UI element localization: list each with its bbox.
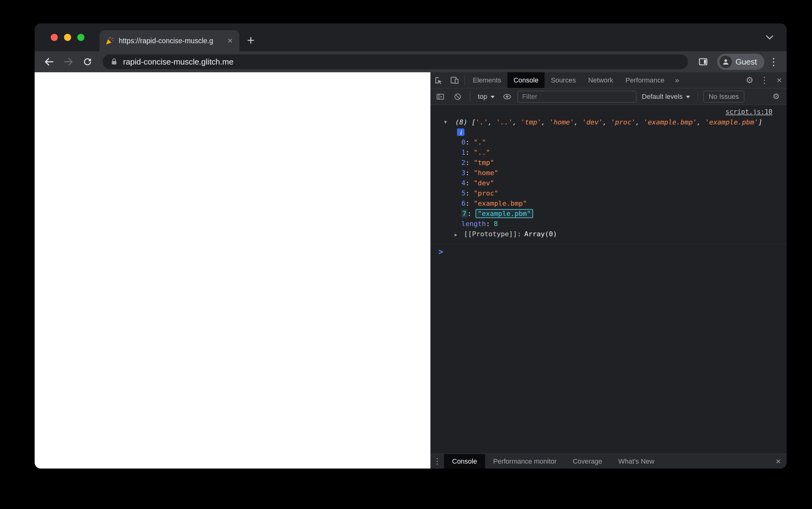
drawer-menu-kebab-icon[interactable]: ⋮ xyxy=(431,456,444,466)
console-log-message: script.js:10 ▼ (8) ['.', '..', 'tmp', 'h… xyxy=(431,107,787,244)
party-popper-icon xyxy=(105,36,115,45)
page-viewport[interactable] xyxy=(35,72,431,469)
value-evaluated-info-icon: i xyxy=(457,129,464,136)
prototype-label: [[Prototype]]: xyxy=(464,230,521,238)
drawer-tab-performance-monitor[interactable]: Performance monitor xyxy=(485,454,565,469)
devtools-close-icon[interactable]: × xyxy=(772,72,787,88)
tab-network[interactable]: Network xyxy=(582,72,619,88)
devtools-menu-kebab-icon[interactable]: ⋮ xyxy=(757,72,772,88)
console-array-entry: 2: "tmp" xyxy=(461,158,787,168)
minimize-window-button[interactable] xyxy=(64,34,71,41)
console-array-entry: 0: "." xyxy=(461,137,787,147)
console-array-entry: 6: "example.bmp" xyxy=(461,198,787,208)
devtools-tabbar: Elements Console Sources Network Perform… xyxy=(431,72,787,88)
array-length-row: length:8 xyxy=(431,219,787,229)
console-settings-gear-icon[interactable]: ⚙ xyxy=(769,89,784,105)
tab-strip: https://rapid-concise-muscle.g × + xyxy=(35,24,787,51)
array-entries: 0: "."1: ".."2: "tmp"3: "home"4: "dev"5:… xyxy=(431,137,787,219)
source-location-link[interactable]: script.js:10 xyxy=(725,107,773,117)
context-selector[interactable]: top xyxy=(476,93,497,101)
browser-tab[interactable]: https://rapid-concise-muscle.g × xyxy=(100,30,239,51)
tab-elements[interactable]: Elements xyxy=(467,72,507,88)
side-panel-icon[interactable] xyxy=(695,54,712,70)
prototype-value: Array(0) xyxy=(524,230,557,238)
browser-toolbar: rapid-concise-muscle.glitch.me Guest ⋮ xyxy=(35,51,787,72)
log-levels-label: Default levels xyxy=(642,93,683,101)
tab-console[interactable]: Console xyxy=(507,72,545,88)
url-text: rapid-concise-muscle.glitch.me xyxy=(123,57,233,67)
live-expression-eye-icon[interactable] xyxy=(500,90,514,103)
drawer-tab-whats-new[interactable]: What's New xyxy=(611,454,663,469)
array-preview: (8) ['.', '..', 'tmp', 'home', 'dev', 'p… xyxy=(455,117,762,127)
new-tab-button[interactable]: + xyxy=(243,32,259,49)
tab-sources[interactable]: Sources xyxy=(544,72,582,88)
console-prompt[interactable]: > xyxy=(431,244,787,257)
lock-icon[interactable] xyxy=(110,58,118,66)
disclosure-expanded-icon[interactable]: ▼ xyxy=(444,117,452,127)
profile-label: Guest xyxy=(736,57,757,67)
clear-console-icon[interactable] xyxy=(451,90,464,103)
browser-window: https://rapid-concise-muscle.g × + rapid… xyxy=(35,24,787,469)
separator xyxy=(697,92,698,102)
tab-title: https://rapid-concise-muscle.g xyxy=(119,37,222,45)
profile-chip[interactable]: Guest xyxy=(717,54,764,70)
browser-menu-kebab-icon[interactable]: ⋮ xyxy=(767,56,780,68)
console-array-entry: 5: "proc" xyxy=(461,188,787,198)
tab-search-chevron-icon[interactable] xyxy=(766,35,774,40)
devtools-settings-gear-icon[interactable]: ⚙ xyxy=(742,72,757,88)
drawer-close-icon[interactable]: × xyxy=(770,454,787,469)
console-array-entry: 3: "home" xyxy=(461,168,787,178)
window-content: Elements Console Sources Network Perform… xyxy=(35,72,787,469)
console-array-entry: 4: "dev" xyxy=(461,178,787,188)
console-sidebar-toggle-icon[interactable] xyxy=(434,90,447,103)
console-output: script.js:10 ▼ (8) ['.', '..', 'tmp', 'h… xyxy=(431,105,787,454)
separator xyxy=(464,75,465,85)
more-tabs-chevron[interactable]: » xyxy=(671,72,683,88)
drawer-tab-coverage[interactable]: Coverage xyxy=(565,454,610,469)
prototype-row: ▶[[Prototype]]:Array(0) xyxy=(431,229,787,240)
log-levels-selector[interactable]: Default levels xyxy=(640,93,692,101)
avatar xyxy=(720,56,732,68)
length-label: length xyxy=(461,220,486,228)
device-toolbar-icon[interactable] xyxy=(446,72,463,88)
context-selector-label: top xyxy=(478,93,487,101)
devtools-panel: Elements Console Sources Network Perform… xyxy=(431,72,787,469)
chevron-down-icon xyxy=(686,96,690,98)
zoom-window-button[interactable] xyxy=(77,34,85,41)
tab-performance[interactable]: Performance xyxy=(619,72,671,88)
console-filter-input[interactable] xyxy=(518,91,636,103)
issues-counter[interactable]: No Issues xyxy=(704,91,744,103)
prompt-chevron-icon: > xyxy=(438,247,443,257)
chevron-down-icon xyxy=(491,96,495,98)
window-controls xyxy=(51,34,85,41)
drawer-tab-console[interactable]: Console xyxy=(444,454,485,469)
url-bar[interactable]: rapid-concise-muscle.glitch.me xyxy=(103,54,688,69)
console-array-entry: 1: ".." xyxy=(461,147,787,158)
back-button[interactable] xyxy=(41,54,58,70)
console-toolbar: top Default levels No Issues ⚙ xyxy=(431,88,787,105)
reload-button[interactable] xyxy=(79,54,96,70)
console-array-entry: 7: "example.pbm" xyxy=(461,208,787,219)
disclosure-collapsed-icon[interactable]: ▶ xyxy=(455,230,464,240)
tab-close-icon[interactable]: × xyxy=(226,36,234,45)
forward-button[interactable] xyxy=(60,54,77,70)
devtools-drawer: ⋮ Console Performance monitor Coverage W… xyxy=(431,454,787,469)
separator xyxy=(470,92,470,102)
inspect-element-icon[interactable] xyxy=(431,72,446,88)
close-window-button[interactable] xyxy=(51,34,58,41)
length-value: 8 xyxy=(494,220,498,228)
